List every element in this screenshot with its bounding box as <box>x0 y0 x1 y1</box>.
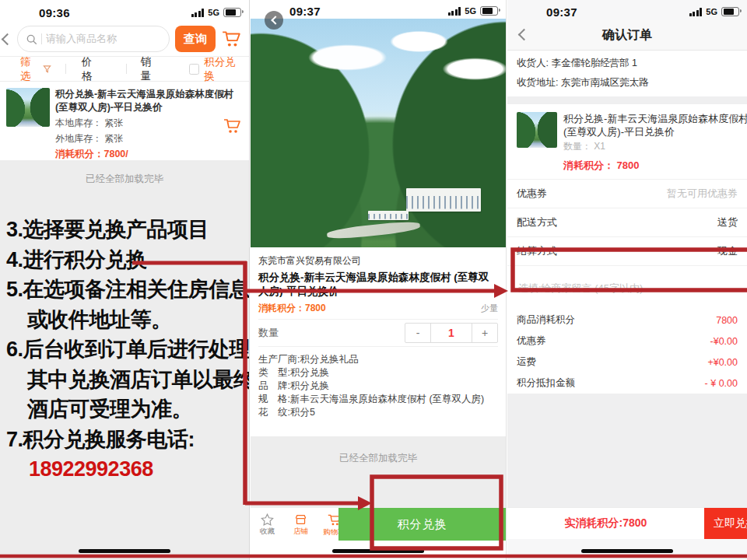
product-list-item[interactable]: 积分兑换-新丰云天海温泉原始森林度假村 (至尊双人房)-平日兑换价 本地库存： … <box>0 82 249 159</box>
price-row-deduction: 积分抵扣金额 - ¥ 0.00 <box>507 373 747 394</box>
shop-icon <box>294 513 307 526</box>
points-filter-checkbox[interactable] <box>189 64 199 75</box>
instruction-line: 6.后台收到订单后进行处理 <box>6 334 250 365</box>
price-row-shipping: 运费 +¥0.00 <box>507 352 747 373</box>
detail-footer-area: 已经全部加载完毕 <box>251 436 506 507</box>
cellular-signal-icon <box>448 7 461 16</box>
spec-line: 规 格:新丰云天海温泉原始森林度假村 (至尊双人房) <box>258 393 498 406</box>
order-product-item: 积分兑换-新丰云天海温泉原始森林度假村 (至尊双人房)-平日兑换价 数量： X1… <box>507 104 747 179</box>
merchant-note-field[interactable] <box>507 265 747 310</box>
remote-stock: 外地库存： 紧张 <box>55 132 243 145</box>
panel-product-list: 09:36 5G 请输入商品名称 查询 <box>0 0 250 560</box>
hotel-building <box>406 188 481 212</box>
slide-canvas: 09:36 5G 请输入商品名称 查询 <box>0 0 747 560</box>
back-icon[interactable] <box>2 33 14 45</box>
instruction-line: 7.积分兑换服务电话: <box>6 425 250 455</box>
quantity-minus-button[interactable]: - <box>405 324 430 342</box>
service-phone-number: 18922992368 <box>6 454 250 485</box>
search-input[interactable]: 请输入商品名称 <box>17 26 170 52</box>
road <box>327 219 421 240</box>
search-caret <box>41 33 42 44</box>
payment-method-row[interactable]: 结算方式 现金 <box>507 236 747 265</box>
product-thumbnail <box>517 112 557 148</box>
spec-line: 生产厂商:积分兑换礼品 <box>258 353 498 366</box>
price-row-points: 商品消耗积分 7800 <box>507 310 747 331</box>
spec-line: 类 型:积分兑换 <box>258 366 498 380</box>
points-cost: 消耗积分： 7800 <box>563 159 747 173</box>
scarcity-hint: 少量 <box>481 303 498 314</box>
company-name: 东莞市富兴贸易有限公司 <box>258 254 498 268</box>
add-to-cart-icon[interactable] <box>223 117 241 135</box>
instructions-overlay: 3.选择要兑换产品项目 4.进行积分兑换 5.在选项备注相关住房信息 或收件地址… <box>6 215 250 485</box>
status-bar: 09:36 5G <box>0 0 249 22</box>
star-icon <box>261 513 274 526</box>
bottom-toolbar: 收藏 店铺 购物车 积分兑换 <box>251 507 506 541</box>
nav-header: 确认订单 <box>507 20 747 51</box>
address-line: 收货地址: 东莞市南城区莞太路 <box>517 77 747 89</box>
status-bar: 09:37 5G <box>507 0 747 20</box>
product-title: 积分兑换-新丰云天海温泉原始森林度假村 (至尊双人房)-平日兑换价 <box>258 271 498 299</box>
home-indicator <box>79 549 170 553</box>
battery-icon <box>721 7 739 17</box>
merchant-note-input[interactable] <box>517 282 738 295</box>
quantity-value: 1 <box>430 324 472 342</box>
quantity-stepper: - 1 + <box>405 323 498 343</box>
status-time: 09:37 <box>518 5 577 19</box>
instruction-line: 4.进行积分兑换 <box>6 245 250 275</box>
filter-tab[interactable]: 筛选 <box>6 55 40 83</box>
product-info-section: 东莞市富兴贸易有限公司 积分兑换-新丰云天海温泉原始森林度假村 (至尊双人房)-… <box>251 247 506 419</box>
product-quantity: 数量： X1 <box>563 140 747 153</box>
battery-icon <box>480 6 498 16</box>
redeem-now-button[interactable]: 立即兑换 <box>704 508 747 539</box>
spec-line: 花 纹:积分5 <box>258 406 498 419</box>
instruction-line: 其中兑换酒店订单以最终 <box>6 365 250 395</box>
hotel-building <box>368 211 409 220</box>
receiver-line: 收货人: 李金儒轮胎经营部 1 <box>517 58 747 69</box>
funnel-icon <box>43 65 51 74</box>
search-placeholder: 请输入商品名称 <box>46 32 117 46</box>
home-indicator <box>332 549 424 553</box>
status-bar: 09:37 5G <box>251 0 506 19</box>
cart-icon[interactable] <box>221 30 241 48</box>
checkout-bar: 实消耗积分:7800 立即兑换 <box>507 507 747 539</box>
instruction-line: 3.选择要兑换产品项目 <box>6 215 250 245</box>
coupon-row[interactable]: 优惠券 暂无可用优惠券 <box>507 179 747 208</box>
quantity-label: 数量 <box>258 326 279 340</box>
spec-line: 品 牌:积分兑换 <box>258 380 498 393</box>
search-query-button[interactable]: 查询 <box>175 26 216 52</box>
network-type-label: 5G <box>465 6 476 16</box>
instruction-line: 或收件地址等。 <box>6 305 250 335</box>
resort-photo <box>251 19 506 247</box>
quantity-plus-button[interactable]: + <box>472 324 497 342</box>
cellular-signal-icon <box>191 9 205 17</box>
points-cost: 消耗积分：7800/ <box>55 148 243 161</box>
points-filter-label[interactable]: 积分兑换 <box>204 55 243 83</box>
total-points-text: 实消耗积分:7800 <box>507 508 704 539</box>
instruction-line: 5.在选项备注相关住房信息 <box>6 275 250 305</box>
price-row-coupon: 优惠券 -¥0.00 <box>507 331 747 352</box>
address-block[interactable]: 收货人: 李金儒轮胎经营部 1 收货地址: 东莞市南城区莞太路 <box>507 51 747 96</box>
network-type-label: 5G <box>706 7 717 16</box>
product-title: 积分兑换-新丰云天海温泉原始森林度假村 (至尊双人房)-平日兑换价 <box>55 88 243 114</box>
redeem-points-button[interactable]: 积分兑换 <box>338 508 506 541</box>
points-cost: 消耗积分：7800 <box>258 302 326 315</box>
favorite-button[interactable]: 收藏 <box>251 512 284 537</box>
price-tab[interactable]: 价格 <box>82 55 101 83</box>
home-indicator <box>581 549 673 553</box>
delivery-method-row[interactable]: 配送方式 送货 <box>507 208 747 236</box>
instruction-line: 酒店可受理为准。 <box>6 394 250 425</box>
cellular-signal-icon <box>689 8 703 16</box>
sales-tab[interactable]: 销量 <box>141 55 160 83</box>
back-icon[interactable] <box>518 29 531 41</box>
status-time: 09:36 <box>11 6 70 19</box>
page-title: 确认订单 <box>602 27 652 44</box>
back-button[interactable] <box>265 11 283 30</box>
network-type-label: 5G <box>208 8 219 17</box>
panel-confirm-order: 09:37 5G 确认订单 收货人: 李金儒轮胎经营部 1 收货地址: 东莞市南… <box>507 0 747 560</box>
all-loaded-text: 已经全部加载完毕 <box>339 452 417 507</box>
shop-button[interactable]: 店铺 <box>284 512 317 537</box>
product-thumbnail <box>6 88 50 127</box>
panel-product-detail: 09:37 5G 东莞市富兴贸易有限公司 积分兑换-新丰云天海温泉原始森林度假村… <box>251 0 507 560</box>
spec-list: 生产厂商:积分兑换礼品 类 型:积分兑换 品 牌:积分兑换 规 格:新丰云天海温… <box>258 353 498 419</box>
all-loaded-text: 已经全部加载完毕 <box>0 160 249 186</box>
